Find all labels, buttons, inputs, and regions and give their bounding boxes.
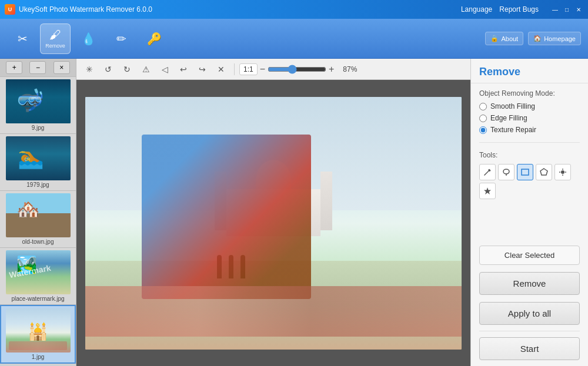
zoom-plus-icon[interactable]: + [329,64,334,75]
add-image-button[interactable]: + [6,61,22,74]
main-toolbar: ✂ 🖌 Remove 💧 ✏ 🔑 🔒 About 🏠 Homepage [0,19,588,59]
thumbnail-preview: 🕌 [6,308,71,352]
about-label: About [501,35,518,42]
svg-point-5 [561,170,564,174]
thumbnail-label: 1.jpg [32,354,45,360]
flip-h-button[interactable]: ⚠ [138,61,154,78]
right-minaret [320,172,332,230]
couple-overlay [142,135,311,299]
homepage-button[interactable]: 🏠 Homepage [528,32,581,45]
rotate-right-button[interactable]: ↻ [119,61,135,78]
remove-image-button[interactable]: − [29,61,46,74]
key-icon: 🔑 [147,32,162,46]
about-button[interactable]: 🔒 About [485,32,523,45]
polygon-tool-btn[interactable] [536,164,552,180]
pencil-icon: ✏ [116,32,126,46]
image-canvas[interactable] [76,80,470,366]
thumbnail-preview: 🤿 [6,79,71,123]
texture-repair-label: Texture Repair [490,126,536,134]
clear-images-button[interactable]: × [54,61,70,74]
app-logo: U [5,4,15,15]
main-image [85,97,462,350]
svg-rect-3 [522,169,529,175]
tools-label: Tools: [479,151,580,159]
rotate-left-button[interactable]: ↺ [100,61,116,78]
thumbnail-item[interactable]: 🏘️ old-town.jpg [0,191,76,248]
object-removing-mode-label: Object Removing Mode: [479,89,580,98]
pattern-tool-button[interactable]: ✳ [81,61,98,78]
separator [234,63,235,75]
drop-icon: 💧 [81,32,96,46]
header-right: 🔒 About 🏠 Homepage [485,32,581,45]
drop-tool-button[interactable]: 💧 [73,23,103,54]
removing-mode-radio-group: Smooth Filling Edge Filling Texture Repa… [479,102,580,134]
maximize-button[interactable]: □ [562,5,572,14]
content-area: ✳ ↺ ↻ ⚠ ◁ ↩ ↪ ✕ 1:1 − + 87% [76,59,470,366]
zoom-slider-container: − + [260,64,335,75]
app-title: UkeySoft Photo Watermark Remover 6.0.0 [19,5,152,14]
minimize-button[interactable]: — [550,5,560,14]
title-bar-right: Language Report Bugs — □ ✕ [461,5,583,14]
language-button[interactable]: Language [461,5,492,14]
thumbnail-label: old-town.jpg [22,239,54,245]
svg-marker-10 [484,187,491,194]
panel-spacer [471,205,588,242]
tools-row [479,164,580,199]
edge-filling-option[interactable]: Edge Filling [479,114,580,122]
report-bugs-button[interactable]: Report Bugs [499,5,539,14]
start-button[interactable]: Start [479,337,580,360]
lock-icon: 🔒 [490,35,499,42]
lasso-tool-btn[interactable] [498,164,514,180]
texture-repair-radio[interactable] [479,126,487,134]
crowd-layer [85,286,462,337]
tools-section: Tools: [471,145,588,205]
zoom-percent-label: 87% [336,65,357,73]
redo-button[interactable]: ↪ [194,61,211,78]
clear-selected-button[interactable]: Clear Selected [479,246,580,265]
panel-title: Remove [471,59,588,83]
window-controls: — □ ✕ [550,5,583,14]
sidebar: + − × 🤿 9.jpg 🏊 [0,59,76,366]
crop-icon: ✂ [18,32,28,46]
brush-tool-btn[interactable] [479,164,496,180]
thumbnail-item[interactable]: 🏊 1979.jpg [0,134,76,191]
smooth-filling-label: Smooth Filling [490,102,535,110]
right-panel: Remove Object Removing Mode: Smooth Fill… [470,59,588,366]
zoom-slider[interactable] [268,65,326,74]
undo-button[interactable]: ↩ [175,61,192,78]
zoom-minus-icon[interactable]: − [260,64,265,75]
thumbnail-list: 🤿 9.jpg 🏊 1979.jpg 🏘️ [0,77,76,366]
crop-tool-button[interactable]: ✂ [7,23,38,54]
thumbnail-item[interactable]: 🤿 9.jpg [0,77,76,134]
thumbnail-preview: 🏊 [6,136,71,180]
title-bar: U UkeySoft Photo Watermark Remover 6.0.0… [0,0,588,19]
pencil-tool-button[interactable]: ✏ [106,23,136,54]
star-tool-btn[interactable] [479,183,496,199]
thumbnail-label: 1979.jpg [26,182,49,188]
edge-filling-label: Edge Filling [490,114,527,122]
edge-filling-radio[interactable] [479,115,487,122]
apply-to-all-button[interactable]: Apply to all [479,302,580,325]
brush-icon: 🖌 [49,28,61,42]
rect-tool-btn[interactable] [517,164,533,180]
remove-tool-label: Remove [45,43,65,49]
sidebar-top-buttons: + − × [0,59,76,77]
svg-marker-4 [540,169,547,175]
remove-tool-button[interactable]: 🖌 Remove [40,23,71,54]
flip-v-button[interactable]: ◁ [156,61,173,78]
thumbnail-item[interactable]: 🏞️ Watermark place-watermark.jpg [0,248,76,305]
magic-wand-tool-btn[interactable] [554,164,571,180]
home-icon: 🏠 [533,35,542,42]
remove-button[interactable]: Remove [479,272,580,295]
main-layout: + − × 🤿 9.jpg 🏊 [0,59,588,366]
close-image-button[interactable]: ✕ [213,61,229,78]
thumbnail-label: 9.jpg [32,125,45,131]
thumbnail-preview: 🏘️ [6,193,71,237]
thumbnail-item-selected[interactable]: 🕌 1.jpg [0,305,76,364]
texture-repair-option[interactable]: Texture Repair [479,126,580,134]
object-removing-mode-section: Object Removing Mode: Smooth Filling Edg… [471,83,588,140]
smooth-filling-option[interactable]: Smooth Filling [479,102,580,110]
close-button[interactable]: ✕ [574,5,583,14]
key-tool-button[interactable]: 🔑 [139,23,169,54]
smooth-filling-radio[interactable] [479,103,487,110]
